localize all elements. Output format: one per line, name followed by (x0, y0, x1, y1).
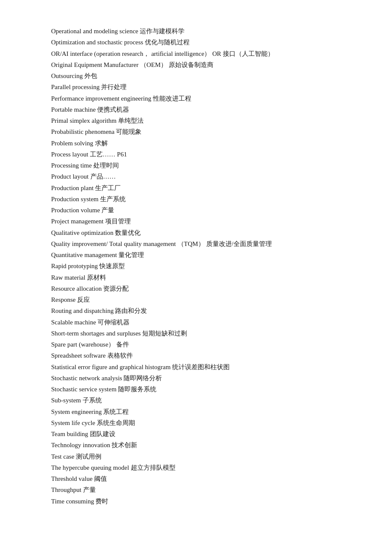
entry-text: Performance improvement engineering 性能改进… (51, 95, 191, 102)
list-item: Problem solving 求解 (51, 138, 354, 149)
entry-text: Process layout 工艺…… P61 (51, 151, 127, 158)
entry-text: Optimization and stochastic process 优化与随… (51, 39, 190, 46)
entry-text: Processing time 处理时间 (51, 162, 119, 169)
entry-text: Primal simplex algorithm 单纯型法 (51, 117, 144, 124)
list-item: Operational and modeling science 运作与建模科学 (51, 26, 354, 37)
entry-text: Product layout 产品…… (51, 173, 116, 180)
list-item: Time consuming 费时 (51, 496, 354, 507)
list-item: Original Equipment Manufacturer （OEM） 原始… (51, 59, 354, 70)
list-item: Spreadsheet software 表格软件 (51, 350, 354, 361)
list-item: Short-term shortages and surpluses 短期短缺和… (51, 328, 354, 339)
list-item: Stochastic network analysis 随即网络分析 (51, 373, 354, 384)
entry-text: Threshold value 阈值 (51, 475, 107, 482)
entry-text: Project management 项目管理 (51, 218, 131, 225)
entry-text: System engineering 系统工程 (51, 408, 129, 415)
list-item: Production volume 产量 (51, 205, 354, 216)
entry-text: Outsourcing 外包 (51, 72, 97, 79)
list-item: Parallel processing 并行处理 (51, 81, 354, 92)
entry-text: Qualitative optimization 数量优化 (51, 229, 141, 236)
entry-text: Test case 测试用例 (51, 453, 101, 460)
list-item: Quantitative management 量化管理 (51, 249, 354, 260)
entry-text: Problem solving 求解 (51, 140, 108, 147)
list-item: Routing and dispatching 路由和分发 (51, 305, 354, 316)
entry-text: Production plant 生产工厂 (51, 185, 121, 191)
list-item: Outsourcing 外包 (51, 70, 354, 81)
entry-text: Original Equipment Manufacturer （OEM） 原始… (51, 61, 213, 68)
entry-text: Quantitative management 量化管理 (51, 251, 144, 258)
list-item: Technology innovation 技术创新 (51, 439, 354, 451)
entry-text: Scalable machine 可伸缩机器 (51, 319, 130, 326)
entry-text: Production volume 产量 (51, 207, 114, 214)
list-item: Spare part (warehouse） 备件 (51, 339, 354, 350)
list-item: Sub-system 子系统 (51, 395, 354, 406)
entry-text: Sub-system 子系统 (51, 397, 102, 404)
list-item: Stochastic service system 随即服务系统 (51, 384, 354, 395)
list-item: Rapid prototyping 快速原型 (51, 260, 354, 272)
entry-text: Raw material 原材料 (51, 274, 106, 281)
list-item: Product layout 产品…… (51, 171, 354, 182)
list-item: Performance improvement engineering 性能改进… (51, 93, 354, 104)
entry-text: Stochastic service system 随即服务系统 (51, 386, 156, 393)
list-item: Optimization and stochastic process 优化与随… (51, 37, 354, 48)
entry-text: Time consuming 费时 (51, 498, 108, 505)
list-item: Threshold value 阈值 (51, 473, 354, 484)
entry-text: Statistical error figure and graphical h… (51, 364, 230, 370)
list-item: Response 反应 (51, 294, 354, 305)
entry-text: Operational and modeling science 运作与建模科学 (51, 28, 184, 35)
list-item: Throughput 产量 (51, 484, 354, 495)
entry-text: Spare part (warehouse） 备件 (51, 341, 129, 348)
entry-text: Quality improvement/ Total quality manag… (51, 240, 272, 247)
entry-text: The hypercube queuing model 超立方排队模型 (51, 464, 176, 471)
entry-text: Response 反应 (51, 296, 90, 303)
entry-text: OR/AI interface (operation research， art… (51, 50, 274, 57)
entry-text: Probabilistic phenomena 可能现象 (51, 128, 141, 135)
entry-text: Spreadsheet software 表格软件 (51, 352, 133, 359)
list-item: Quality improvement/ Total quality manag… (51, 238, 354, 249)
list-item: System engineering 系统工程 (51, 406, 354, 417)
list-item: Production plant 生产工厂 (51, 182, 354, 194)
entry-text: Resource allocation 资源分配 (51, 285, 129, 292)
list-item: Primal simplex algorithm 单纯型法 (51, 115, 354, 126)
entry-text: Parallel processing 并行处理 (51, 84, 127, 90)
list-item: Resource allocation 资源分配 (51, 283, 354, 294)
list-item: OR/AI interface (operation research， art… (51, 48, 354, 59)
list-item: Scalable machine 可伸缩机器 (51, 317, 354, 328)
entry-text: Routing and dispatching 路由和分发 (51, 307, 147, 314)
list-item: Portable machine 便携式机器 (51, 104, 354, 115)
list-item: System life cycle 系统生命周期 (51, 417, 354, 428)
list-item: Probabilistic phenomena 可能现象 (51, 126, 354, 137)
entry-text: System life cycle 系统生命周期 (51, 419, 135, 426)
list-item: Statistical error figure and graphical h… (51, 361, 354, 373)
glossary-list: Operational and modeling science 运作与建模科学… (51, 26, 354, 507)
entry-text: Team building 团队建设 (51, 431, 115, 437)
list-item: Test case 测试用例 (51, 451, 354, 462)
entry-text: Production system 生产系统 (51, 196, 126, 202)
list-item: Team building 团队建设 (51, 428, 354, 439)
list-item: Processing time 处理时间 (51, 160, 354, 171)
entry-text: Rapid prototyping 快速原型 (51, 263, 125, 269)
list-item: Raw material 原材料 (51, 272, 354, 283)
entry-text: Stochastic network analysis 随即网络分析 (51, 375, 162, 382)
entry-text: Throughput 产量 (51, 486, 96, 493)
entry-text: Technology innovation 技术创新 (51, 442, 137, 448)
list-item: Production system 生产系统 (51, 194, 354, 205)
list-item: Process layout 工艺…… P61 (51, 149, 354, 160)
entry-text: Portable machine 便携式机器 (51, 106, 129, 113)
list-item: Qualitative optimization 数量优化 (51, 227, 354, 238)
list-item: Project management 项目管理 (51, 216, 354, 227)
list-item: The hypercube queuing model 超立方排队模型 (51, 462, 354, 473)
entry-text: Short-term shortages and surpluses 短期短缺和… (51, 330, 187, 337)
